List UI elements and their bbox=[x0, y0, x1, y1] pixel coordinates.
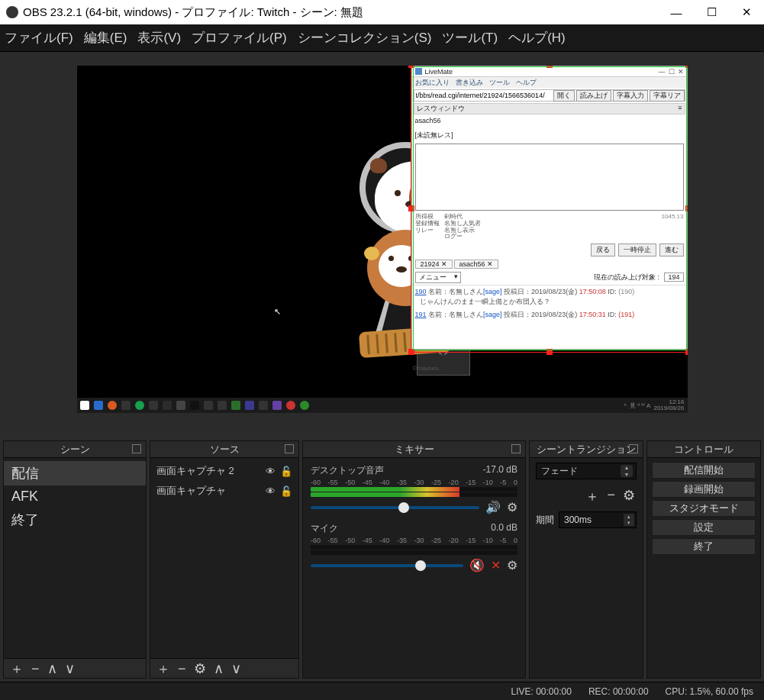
scene-up-button[interactable]: ∧ bbox=[47, 662, 57, 676]
scene-remove-button[interactable]: − bbox=[31, 662, 40, 676]
menu-view[interactable]: 表示(V) bbox=[137, 29, 181, 47]
scenes-title: シーン bbox=[60, 443, 90, 456]
taskbar-start-icon bbox=[80, 401, 89, 410]
mixer-channel-db: 0.0 dB bbox=[491, 522, 517, 535]
control-button[interactable]: 終了 bbox=[652, 538, 756, 555]
status-bar: LIVE: 00:00:00 REC: 00:00:00 CPU: 1.5%, … bbox=[0, 682, 764, 700]
status-live: LIVE: 00:00:00 bbox=[511, 686, 571, 697]
control-button[interactable]: 配信開始 bbox=[652, 462, 756, 479]
visibility-toggle-icon[interactable]: 👁 bbox=[266, 485, 276, 497]
visibility-toggle-icon[interactable]: 👁 bbox=[266, 466, 276, 477]
source-up-button[interactable]: ∧ bbox=[214, 662, 224, 676]
window-maximize-button[interactable]: ☐ bbox=[694, 0, 729, 24]
transitions-title: シーントランジション bbox=[537, 443, 636, 456]
control-button[interactable]: スタジオモード bbox=[652, 500, 756, 517]
source-settings-button[interactable]: ⚙ bbox=[194, 662, 206, 676]
dock-float-icon[interactable] bbox=[511, 444, 521, 453]
source-bounds-inner bbox=[413, 66, 687, 350]
captured-taskbar: ＾ 見 ᵈ ᵂ A 12:162019/08/26 bbox=[77, 398, 688, 413]
status-rec: REC: 00:00:00 bbox=[588, 686, 649, 697]
gear-icon[interactable]: ⚙ bbox=[507, 558, 517, 573]
docks-row: シーン 配信AFK終了 ＋ − ∧ ∨ ソース 画面キャプチャ 2 👁 🔓画面キ… bbox=[0, 437, 764, 682]
window-close-button[interactable]: ✕ bbox=[729, 0, 764, 24]
transition-duration-label: 期間 bbox=[536, 514, 554, 527]
mute-x-icon: ✕ bbox=[491, 558, 501, 573]
transition-remove-button[interactable]: − bbox=[607, 487, 615, 505]
transition-add-button[interactable]: ＋ bbox=[585, 487, 599, 505]
speaker-muted-icon[interactable]: 🔇 bbox=[469, 558, 485, 573]
scenes-dock: シーン 配信AFK終了 ＋ − ∧ ∨ bbox=[3, 440, 147, 679]
scene-item[interactable]: 終了 bbox=[4, 508, 146, 532]
volume-slider[interactable] bbox=[311, 506, 479, 509]
mixer-channel-name: デスクトップ音声 bbox=[311, 464, 384, 477]
source-down-button[interactable]: ∨ bbox=[231, 662, 241, 676]
sources-title: ソース bbox=[210, 443, 240, 456]
scene-down-button[interactable]: ∨ bbox=[65, 662, 75, 676]
source-item[interactable]: 画面キャプチャ 👁 🔓 bbox=[150, 481, 298, 501]
speaker-icon[interactable]: 🔊 bbox=[485, 500, 501, 515]
lock-icon[interactable]: 🔓 bbox=[280, 485, 292, 497]
transitions-dock: シーントランジション フェード ▴▾ ＋ − ⚙ 期間 300ms ▴▾ bbox=[529, 440, 643, 679]
dock-float-icon[interactable] bbox=[132, 444, 141, 453]
source-item[interactable]: 画面キャプチャ 2 👁 🔓 bbox=[150, 461, 298, 481]
window-minimize-button[interactable]: — bbox=[659, 0, 694, 24]
menu-tools[interactable]: ツール(T) bbox=[442, 29, 498, 47]
menu-bar: ファイル(F) 編集(E) 表示(V) プロファイル(P) シーンコレクション(… bbox=[0, 24, 764, 52]
control-button[interactable]: 録画開始 bbox=[652, 481, 756, 498]
mixer-title: ミキサー bbox=[395, 443, 434, 456]
source-add-button[interactable]: ＋ bbox=[156, 662, 170, 676]
volume-slider[interactable] bbox=[311, 564, 463, 567]
menu-profile[interactable]: プロファイル(P) bbox=[192, 29, 287, 47]
sources-dock: ソース 画面キャプチャ 2 👁 🔓画面キャプチャ 👁 🔓 ＋ − ⚙ ∧ ∨ bbox=[150, 440, 299, 679]
menu-scene-collection[interactable]: シーンコレクション(S) bbox=[298, 29, 432, 47]
menu-file[interactable]: ファイル(F) bbox=[5, 29, 73, 47]
window-title: OBS 23.2.1 (64-bit, windows) - プロファイル: T… bbox=[23, 5, 659, 20]
scene-add-button[interactable]: ＋ bbox=[10, 662, 24, 676]
menu-edit[interactable]: 編集(E) bbox=[84, 29, 127, 47]
menu-help[interactable]: ヘルプ(H) bbox=[508, 29, 566, 47]
gear-icon[interactable]: ⚙ bbox=[507, 500, 517, 515]
source-remove-button[interactable]: − bbox=[178, 662, 186, 676]
preview-area: —☐✕ ﾀﾞﾐｰ須弥壇infoln要別2354T・K≺ ≻ bbox=[0, 52, 764, 437]
mixer-dock: ミキサー デスクトップ音声-17.0 dB -60-55-50-45-40-35… bbox=[302, 440, 526, 679]
status-cpu: CPU: 1.5%, 60.00 fps bbox=[666, 686, 753, 697]
mixer-channel: デスクトップ音声-17.0 dB -60-55-50-45-40-35-30-2… bbox=[303, 461, 525, 519]
lock-icon[interactable]: 🔓 bbox=[280, 466, 292, 477]
dock-float-icon[interactable] bbox=[285, 444, 294, 453]
obs-icon bbox=[6, 6, 18, 18]
window-titlebar: OBS 23.2.1 (64-bit, windows) - プロファイル: T… bbox=[0, 0, 764, 24]
control-button[interactable]: 設定 bbox=[652, 519, 756, 536]
mixer-channel: マイク0.0 dB -60-55-50-45-40-35-30-25-20-15… bbox=[303, 519, 525, 577]
mixer-channel-name: マイク bbox=[311, 522, 338, 535]
mixer-channel-db: -17.0 dB bbox=[483, 464, 517, 477]
scene-item[interactable]: 配信 bbox=[4, 461, 146, 485]
mouse-cursor-icon: ↖ bbox=[274, 307, 281, 317]
transition-settings-button[interactable]: ⚙ bbox=[623, 487, 635, 505]
transition-duration-input[interactable]: 300ms ▴▾ bbox=[559, 511, 637, 528]
dock-float-icon[interactable] bbox=[629, 444, 638, 453]
controls-title: コントロール bbox=[674, 443, 733, 456]
transition-select[interactable]: フェード ▴▾ bbox=[536, 463, 637, 479]
controls-dock: コントロール 配信開始録画開始スタジオモード設定終了 bbox=[646, 440, 761, 679]
scene-item[interactable]: AFK bbox=[4, 485, 146, 508]
preview-canvas[interactable]: —☐✕ ﾀﾞﾐｰ須弥壇infoln要別2354T・K≺ ≻ bbox=[77, 66, 688, 413]
